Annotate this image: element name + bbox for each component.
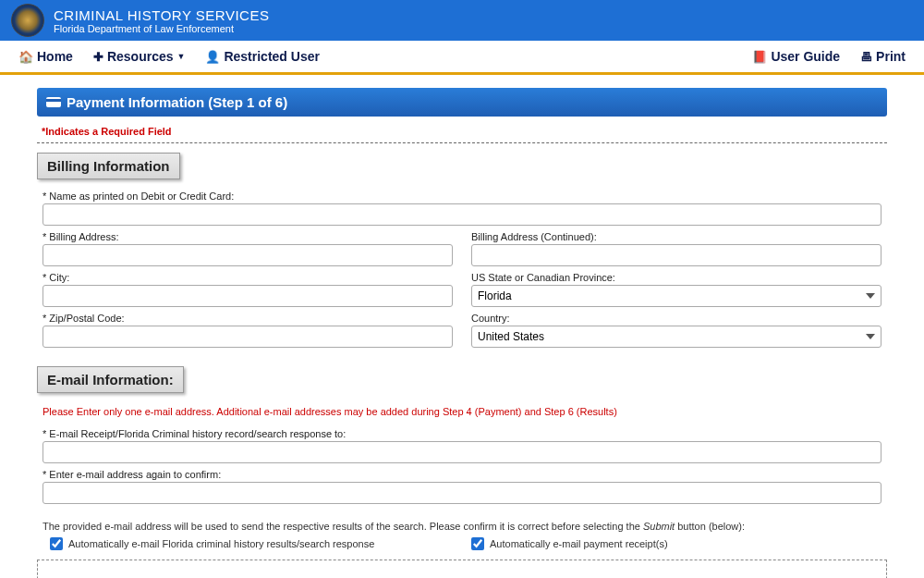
- country-label: Country:: [471, 313, 881, 324]
- confirm-text-em: Submit: [643, 521, 675, 532]
- nav-label: Home: [37, 49, 73, 64]
- address-label: * Billing Address:: [43, 231, 453, 242]
- checkbox-auto-receipt[interactable]: Automatically e-mail payment receipt(s): [471, 537, 874, 550]
- user-icon: 👤: [205, 50, 220, 64]
- checkbox-auto-results-input[interactable]: [50, 537, 63, 550]
- book-icon: 📕: [752, 50, 767, 64]
- step-title: Payment Information (Step 1 of 6): [67, 94, 287, 110]
- name-input[interactable]: [43, 203, 881, 226]
- home-icon: 🏠: [18, 50, 33, 64]
- email2-input[interactable]: [43, 482, 881, 504]
- email2-label: * Enter e-mail address again to confirm:: [43, 469, 881, 480]
- nav-restricted-user[interactable]: 👤 Restricted User: [205, 49, 320, 64]
- billing-section-title: Billing Information: [37, 153, 180, 179]
- email1-input[interactable]: [43, 441, 881, 463]
- city-label: * City:: [43, 272, 453, 283]
- nav-resources[interactable]: ✚ Resources ▼: [93, 49, 186, 64]
- state-label: US State or Canadian Province:: [471, 272, 881, 283]
- plus-icon: ✚: [93, 50, 103, 64]
- print-icon: 🖶: [860, 50, 872, 64]
- nav-home[interactable]: 🏠 Home: [18, 49, 73, 64]
- empty-dashed-area: [37, 560, 887, 578]
- nav-bar: 🏠 Home ✚ Resources ▼ 👤 Restricted User 📕…: [0, 41, 924, 73]
- email1-label: * E-mail Receipt/Florida Criminal histor…: [43, 428, 881, 439]
- app-subtitle: Florida Department of Law Enforcement: [54, 23, 269, 34]
- main-container: Payment Information (Step 1 of 6) *Indic…: [28, 88, 896, 578]
- credit-card-icon: [46, 97, 61, 107]
- nav-label: Print: [876, 49, 906, 64]
- address-input[interactable]: [43, 244, 453, 266]
- nav-label: Restricted User: [224, 49, 320, 64]
- address-cont-label: Billing Address (Continued):: [471, 231, 881, 242]
- agency-seal-icon: [11, 4, 44, 37]
- country-select[interactable]: United States: [471, 326, 881, 348]
- confirm-text-pre: The provided e-mail address will be used…: [43, 521, 643, 532]
- zip-input[interactable]: [43, 326, 453, 348]
- nav-label: User Guide: [771, 49, 840, 64]
- divider: [0, 73, 924, 75]
- checkbox-label: Automatically e-mail payment receipt(s): [490, 538, 668, 549]
- checkbox-auto-results[interactable]: Automatically e-mail Florida criminal hi…: [50, 537, 453, 550]
- email-form: * E-mail Receipt/Florida Criminal histor…: [37, 424, 887, 513]
- chevron-down-icon: ▼: [177, 52, 186, 61]
- billing-form: * Name as printed on Debit or Credit Car…: [37, 187, 887, 357]
- name-label: * Name as printed on Debit or Credit Car…: [43, 191, 881, 202]
- step-header: Payment Information (Step 1 of 6): [37, 88, 887, 117]
- email-note: Please Enter only one e-mail address. Ad…: [43, 406, 881, 417]
- required-field-note: *Indicates a Required Field: [42, 126, 882, 137]
- email-section-title: E-mail Information:: [37, 366, 184, 393]
- nav-user-guide[interactable]: 📕 User Guide: [752, 49, 840, 64]
- checkbox-auto-receipt-input[interactable]: [471, 537, 484, 550]
- city-input[interactable]: [43, 285, 453, 307]
- confirm-text-post: button (below):: [675, 521, 745, 532]
- checkbox-label: Automatically e-mail Florida criminal hi…: [68, 538, 374, 549]
- address-cont-input[interactable]: [471, 244, 881, 266]
- zip-label: * Zip/Postal Code:: [43, 313, 453, 324]
- app-header: CRIMINAL HISTORY SERVICES Florida Depart…: [0, 0, 924, 41]
- nav-label: Resources: [107, 49, 174, 64]
- app-title: CRIMINAL HISTORY SERVICES: [54, 7, 269, 23]
- confirm-note: The provided e-mail address will be used…: [43, 521, 881, 532]
- state-select[interactable]: Florida: [471, 285, 881, 307]
- divider: [37, 142, 887, 143]
- nav-print[interactable]: 🖶 Print: [860, 49, 906, 64]
